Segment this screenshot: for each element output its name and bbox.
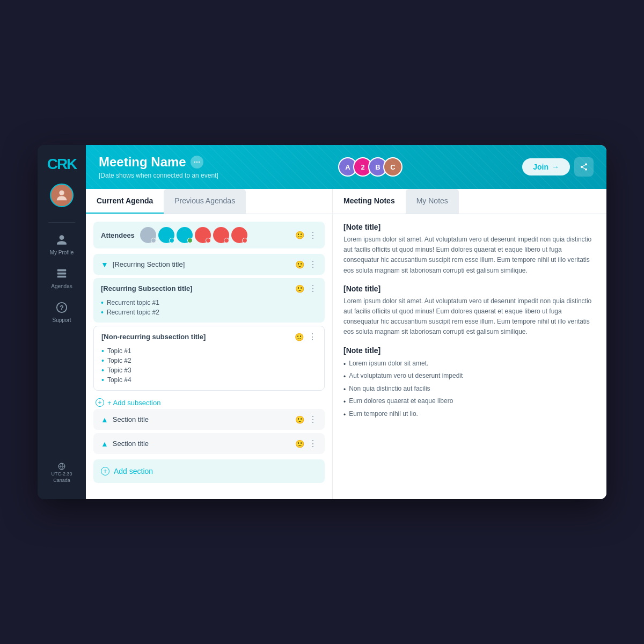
attendee-av-5 — [213, 227, 229, 243]
emoji-icon[interactable]: 🙂 — [295, 231, 304, 239]
tab-previous-agendas[interactable]: Previous Agendas — [164, 189, 246, 214]
add-subsection-label: + Add subsection — [107, 399, 160, 407]
add-subsection-button[interactable]: + + Add subsection — [93, 394, 325, 409]
section-1-menu-icon[interactable]: ⋮ — [309, 414, 317, 425]
section-2-emoji-icon[interactable]: 🙂 — [295, 440, 304, 448]
section-row-2[interactable]: ▲ Section title 🙂 ⋮ — [93, 433, 325, 454]
attendee-av-2 — [158, 227, 174, 243]
recurring-topic-1: Recurrent topic #1 — [101, 298, 317, 308]
note-2-body: Lorem ipsum dolor sit amet. Aut voluptat… — [343, 296, 596, 338]
subsection-menu-icon[interactable]: ⋮ — [309, 283, 317, 294]
recurring-subsection-title: [Recurring Subsection title] — [101, 284, 192, 292]
sidebar-item-agendas[interactable]: Agendas — [38, 261, 86, 295]
nr-subsection-emoji-icon[interactable]: 🙂 — [295, 333, 304, 341]
recurring-section-left: ▼ [Recurring Section title] — [101, 260, 185, 269]
recurring-topics-list: Recurrent topic #1 Recurrent topic #2 — [101, 298, 317, 317]
section-menu-icon[interactable]: ⋮ — [309, 259, 317, 269]
question-icon: ? — [54, 300, 69, 315]
sidebar-item-agendas-label: Agendas — [51, 283, 72, 289]
svg-text:?: ? — [60, 304, 64, 312]
section-1-emoji-icon[interactable]: 🙂 — [295, 415, 304, 424]
section-2-right: 🙂 ⋮ — [295, 438, 317, 449]
note-1: [Note title] Lorem ipsum dolor sit amet.… — [343, 223, 596, 276]
sidebar-item-my-profile[interactable]: My Profile — [38, 227, 86, 261]
sidebar: CRK My Profile Agendas ? Support — [38, 145, 86, 499]
recurring-subsection-block: [Recurring Subsection title] 🙂 ⋮ Recurre… — [93, 278, 325, 323]
svg-rect-2 — [57, 273, 67, 275]
tab-my-notes[interactable]: My Notes — [406, 189, 459, 214]
attendees-menu-icon[interactable]: ⋮ — [309, 230, 317, 240]
agenda-content: Attendees — [86, 214, 332, 499]
main-content: Meeting Name [Date shows when connected … — [86, 145, 606, 499]
section-2-title: Section title — [113, 440, 149, 448]
meeting-options-icon[interactable] — [191, 156, 203, 169]
tab-meeting-notes[interactable]: Meeting Notes — [333, 189, 406, 214]
nr-topics-list: Topic #1 Topic #2 Topic #3 Topic #4 — [101, 346, 317, 385]
sidebar-item-support-label: Support — [52, 317, 71, 323]
note-2: [Note title] Lorem ipsum dolor sit amet.… — [343, 284, 596, 338]
add-section-button[interactable]: + Add section — [93, 459, 325, 483]
section-1-title: Section title — [113, 415, 149, 423]
attendee-av-3 — [177, 227, 193, 243]
note-2-title: [Note title] — [343, 284, 596, 293]
add-section-label: Add section — [114, 467, 153, 475]
meeting-subtitle: [Date shows when connected to an event] — [99, 172, 218, 179]
svg-rect-3 — [57, 276, 67, 278]
attendees-label: Attendees — [101, 231, 135, 239]
nr-topic-4: Topic #4 — [101, 375, 317, 385]
add-subsection-icon: + — [96, 398, 104, 407]
body-area: Current Agenda Previous Agendas Attendee… — [86, 189, 606, 499]
section-emoji-icon[interactable]: 🙂 — [295, 260, 304, 269]
recurring-section-row[interactable]: ▼ [Recurring Section title] 🙂 ⋮ — [93, 254, 325, 275]
svg-point-7 — [196, 162, 197, 163]
svg-point-9 — [199, 162, 200, 163]
country-label: Canada — [53, 478, 70, 483]
app-logo: CRK — [47, 156, 77, 173]
note-3-item-3: Non quia distinctio aut facilis — [343, 383, 596, 396]
header-avatars: A 2 B C — [338, 157, 402, 177]
recurring-subsection-right: 🙂 ⋮ — [295, 283, 317, 294]
sidebar-footer: UTC-2:30 Canada — [51, 463, 72, 488]
non-recurring-subsection-block: [Non-recurring subsection title] 🙂 ⋮ Top… — [93, 326, 325, 391]
tab-current-agenda[interactable]: Current Agenda — [86, 189, 164, 214]
section-1-left: ▲ Section title — [101, 415, 149, 424]
notes-content: [Note title] Lorem ipsum dolor sit amet.… — [333, 214, 606, 499]
section-1-right: 🙂 ⋮ — [295, 414, 317, 425]
note-1-body: Lorem ipsum dolor sit amet. Aut voluptat… — [343, 235, 596, 276]
section-2-left: ▲ Section title — [101, 440, 149, 448]
note-3-title: [Note title] — [343, 346, 596, 355]
header-title-row: Meeting Name — [99, 155, 218, 170]
svg-point-0 — [59, 191, 64, 195]
header: Meeting Name [Date shows when connected … — [86, 145, 606, 189]
meeting-name: Meeting Name — [99, 155, 186, 170]
sidebar-divider — [48, 222, 75, 223]
section-2-menu-icon[interactable]: ⋮ — [309, 438, 317, 449]
right-panel: Meeting Notes My Notes [Note title] Lore… — [333, 189, 606, 499]
nr-subsection-menu-icon[interactable]: ⋮ — [308, 332, 317, 342]
non-recurring-subsection-right: 🙂 ⋮ — [295, 332, 317, 342]
user-avatar[interactable] — [50, 184, 74, 207]
subsection-emoji-icon[interactable]: 🙂 — [295, 284, 304, 293]
attendees-avatars — [140, 227, 247, 243]
note-1-title: [Note title] — [343, 223, 596, 231]
recurring-topic-2: Recurrent topic #2 — [101, 308, 317, 317]
note-3: [Note title] Lorem ipsum dolor sit amet.… — [343, 346, 596, 421]
left-panel: Current Agenda Previous Agendas Attendee… — [86, 189, 333, 499]
avatar-stack: A 2 B C — [338, 157, 402, 177]
join-button[interactable]: Join → — [522, 158, 570, 175]
nr-topic-2: Topic #2 — [101, 356, 317, 365]
attendee-av-6 — [231, 227, 247, 243]
note-3-item-5: Eum tempore nihil ut lio. — [343, 408, 596, 421]
attendees-bar: Attendees — [93, 222, 325, 248]
share-button[interactable] — [574, 157, 594, 177]
recurring-subsection-header: [Recurring Subsection title] 🙂 ⋮ — [101, 283, 317, 294]
sidebar-item-support[interactable]: ? Support — [38, 295, 86, 328]
header-right: Join → — [522, 157, 594, 177]
nr-topic-1: Topic #1 — [101, 346, 317, 356]
note-3-item-4: Eum dolores quaerat et eaque libero — [343, 396, 596, 408]
non-recurring-subsection-header: [Non-recurring subsection title] 🙂 ⋮ — [101, 332, 317, 342]
section-row-1[interactable]: ▲ Section title 🙂 ⋮ — [93, 409, 325, 430]
chevron-down-icon: ▼ — [101, 260, 108, 269]
attendees-right: 🙂 ⋮ — [295, 230, 317, 240]
note-3-list: Lorem ipsum dolor sit amet. Aut voluptat… — [343, 358, 596, 421]
